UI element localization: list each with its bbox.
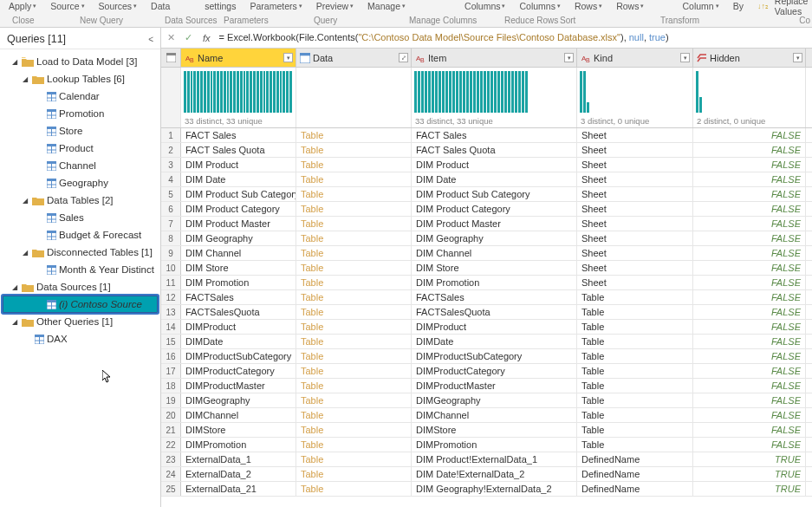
cell-hidden[interactable]: FALSE bbox=[693, 379, 806, 393]
cell-name[interactable]: DIM Date bbox=[181, 172, 296, 186]
cell-kind[interactable]: DefinedName bbox=[577, 452, 693, 466]
source-dropdown[interactable]: Source▾ bbox=[45, 0, 89, 12]
column-filter-dropdown[interactable]: ▾ bbox=[283, 53, 293, 62]
cell-kind[interactable]: Table bbox=[577, 364, 693, 378]
cell-item[interactable]: DIM Product Sub Category bbox=[412, 187, 577, 201]
tree-query-channel[interactable]: Channel bbox=[0, 157, 160, 174]
cell-hidden[interactable]: TRUE bbox=[693, 452, 806, 466]
cell-name[interactable]: DIM Product Sub Category bbox=[181, 187, 296, 201]
cell-kind[interactable]: Sheet bbox=[577, 143, 693, 157]
row-number[interactable]: 19 bbox=[161, 393, 181, 407]
row-number[interactable]: 15 bbox=[161, 335, 181, 348]
type-logical-icon[interactable] bbox=[697, 53, 707, 63]
table-row[interactable]: 15DIMDateTableDIMDateTableFALSE bbox=[161, 335, 812, 349]
cell-kind[interactable]: Table bbox=[577, 290, 693, 304]
cell-data[interactable]: Table bbox=[296, 305, 412, 319]
cell-item[interactable]: DIM Date!ExternalData_2 bbox=[412, 467, 577, 481]
column-header-name[interactable]: AB Name ▾ bbox=[181, 49, 296, 67]
cell-name[interactable]: ExternalData_21 bbox=[181, 482, 296, 496]
cell-kind[interactable]: Sheet bbox=[577, 231, 693, 245]
column-filter-dropdown[interactable]: ▾ bbox=[564, 53, 574, 62]
cell-hidden[interactable]: FALSE bbox=[693, 290, 806, 304]
row-number[interactable]: 16 bbox=[161, 349, 181, 363]
tree-query-store[interactable]: Store bbox=[0, 122, 160, 140]
cell-item[interactable]: DIMDate bbox=[412, 335, 577, 348]
cell-hidden[interactable]: FALSE bbox=[693, 335, 806, 348]
tree-query-dax[interactable]: DAX bbox=[0, 330, 160, 348]
cell-data[interactable]: Table bbox=[296, 438, 412, 452]
cell-kind[interactable]: Table bbox=[577, 393, 693, 407]
table-row[interactable]: 6DIM Product CategoryTableDIM Product Ca… bbox=[161, 202, 812, 217]
cell-hidden[interactable]: FALSE bbox=[693, 349, 806, 363]
expand-toggle-icon[interactable]: ◢ bbox=[10, 318, 19, 326]
cell-kind[interactable]: Table bbox=[577, 408, 693, 422]
cell-item[interactable]: DIMProduct bbox=[412, 320, 577, 334]
cell-data[interactable]: Table bbox=[296, 423, 412, 437]
expand-toggle-icon[interactable]: ◢ bbox=[10, 283, 19, 291]
cell-item[interactable]: DIM Geography!ExternalData_2 bbox=[412, 482, 577, 496]
cell-name[interactable]: DIMChannel bbox=[181, 408, 296, 422]
cell-hidden[interactable]: FALSE bbox=[693, 172, 806, 186]
cell-kind[interactable]: Sheet bbox=[577, 128, 693, 142]
cell-item[interactable]: DIM Product bbox=[412, 158, 577, 172]
cell-item[interactable]: FACTSales bbox=[412, 290, 577, 304]
cell-data[interactable]: Table bbox=[296, 261, 412, 275]
cell-kind[interactable]: DefinedName bbox=[577, 482, 693, 496]
type-text-icon[interactable]: AB bbox=[185, 53, 195, 63]
cell-hidden[interactable]: FALSE bbox=[693, 320, 806, 334]
cell-hidden[interactable]: FALSE bbox=[693, 217, 806, 231]
column-header-kind[interactable]: AB Kind ▾ bbox=[577, 49, 693, 67]
manage-dropdown[interactable]: Manage▾ bbox=[362, 0, 411, 12]
table-row[interactable]: 21DIMStoreTableDIMStoreTableFALSE bbox=[161, 423, 812, 438]
rows1-dropdown[interactable]: Rows▾ bbox=[569, 0, 607, 12]
parameters-dropdown[interactable]: Parameters▾ bbox=[244, 0, 307, 12]
cell-hidden[interactable]: FALSE bbox=[693, 158, 806, 172]
column-header-item[interactable]: AB Item ▾ bbox=[412, 49, 577, 67]
tree-query-budget-forecast[interactable]: Budget & Forecast bbox=[0, 226, 160, 244]
row-number[interactable]: 1 bbox=[161, 128, 181, 142]
type-text-icon[interactable]: AB bbox=[581, 53, 591, 63]
cell-name[interactable]: DIM Store bbox=[181, 261, 296, 275]
commit-formula-icon[interactable]: ✓ bbox=[182, 32, 194, 44]
columns1-dropdown[interactable]: Columns▾ bbox=[459, 0, 510, 12]
column-filter-dropdown[interactable]: ▾ bbox=[680, 53, 690, 62]
cell-name[interactable]: FACT Sales Quota bbox=[181, 143, 296, 157]
column-expand-dropdown[interactable]: ⤢ bbox=[399, 53, 408, 62]
row-number[interactable]: 5 bbox=[161, 187, 181, 201]
table-row[interactable]: 4DIM DateTableDIM DateSheetFALSE bbox=[161, 172, 812, 187]
cell-name[interactable]: FACT Sales bbox=[181, 128, 296, 142]
table-row[interactable]: 17DIMProductCategoryTableDIMProductCateg… bbox=[161, 364, 812, 379]
cell-hidden[interactable]: FALSE bbox=[693, 393, 806, 407]
data-button[interactable]: Data bbox=[146, 0, 175, 12]
cell-name[interactable]: DIM Product Category bbox=[181, 202, 296, 216]
cell-kind[interactable]: Table bbox=[577, 349, 693, 363]
cell-kind[interactable]: DefinedName bbox=[577, 467, 693, 481]
row-number[interactable]: 12 bbox=[161, 290, 181, 304]
settings-button[interactable]: settings bbox=[199, 0, 241, 12]
cell-item[interactable]: DIMProductSubCategory bbox=[412, 349, 577, 363]
formula-text[interactable]: = Excel.Workbook(File.Contents("C:\Conto… bbox=[219, 32, 669, 43]
row-number[interactable]: 17 bbox=[161, 364, 181, 378]
cell-name[interactable]: FACTSalesQuota bbox=[181, 305, 296, 319]
table-row[interactable]: 14DIMProductTableDIMProductTableFALSE bbox=[161, 320, 812, 335]
cell-name[interactable]: FACTSales bbox=[181, 290, 296, 304]
cell-kind[interactable]: Sheet bbox=[577, 276, 693, 289]
cell-kind[interactable]: Table bbox=[577, 335, 693, 348]
cell-item[interactable]: DIMPromotion bbox=[412, 438, 577, 452]
cell-name[interactable]: DIM Product bbox=[181, 158, 296, 172]
cell-item[interactable]: DIMChannel bbox=[412, 408, 577, 422]
cell-data[interactable]: Table bbox=[296, 349, 412, 363]
cell-name[interactable]: DIMProductSubCategory bbox=[181, 349, 296, 363]
row-number[interactable]: 22 bbox=[161, 438, 181, 452]
table-row[interactable]: 11DIM PromotionTableDIM PromotionSheetFA… bbox=[161, 276, 812, 290]
data-grid[interactable]: AB Name ▾ Data ⤢ AB Item ▾ AB Kind bbox=[161, 49, 812, 507]
cell-item[interactable]: DIM Product!ExternalData_1 bbox=[412, 452, 577, 466]
table-row[interactable]: 20DIMChannelTableDIMChannelTableFALSE bbox=[161, 408, 812, 423]
cell-kind[interactable]: Table bbox=[577, 305, 693, 319]
table-row[interactable]: 18DIMProductMasterTableDIMProductMasterT… bbox=[161, 379, 812, 393]
collapse-pane-icon[interactable]: < bbox=[148, 35, 153, 44]
tree-query-sales[interactable]: Sales bbox=[0, 209, 160, 226]
cell-kind[interactable]: Table bbox=[577, 320, 693, 334]
cell-data[interactable]: Table bbox=[296, 172, 412, 186]
cell-data[interactable]: Table bbox=[296, 320, 412, 334]
